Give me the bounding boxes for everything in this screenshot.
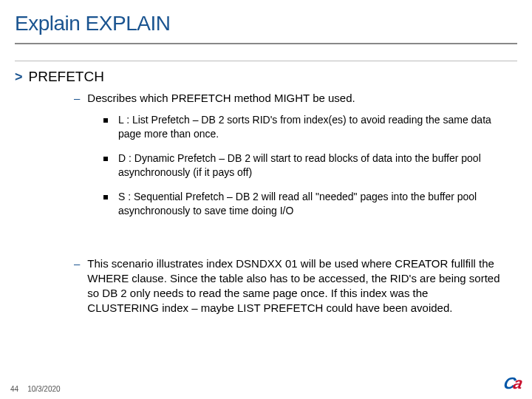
prefetch-list: L : List Prefetch – DB 2 sorts RID's fro… bbox=[74, 110, 502, 235]
ca-logo: Ca bbox=[502, 374, 522, 393]
page-number: 44 bbox=[10, 385, 18, 393]
footer: 44 10/3/2020 bbox=[10, 385, 61, 393]
list-item: L : List Prefetch – DB 2 sorts RID's fro… bbox=[103, 113, 502, 141]
en-dash-bullet: – bbox=[74, 92, 80, 103]
en-dash-bullet: – bbox=[74, 258, 80, 269]
intro-row: – Describes which PREFETCH method MIGHT … bbox=[74, 91, 502, 106]
section-title: PREFETCH bbox=[29, 69, 104, 85]
title-divider bbox=[15, 43, 517, 44]
square-bullet-icon bbox=[103, 118, 108, 123]
scenario-text: This scenario illustrates index DSNDXX 0… bbox=[87, 256, 502, 316]
list-item: D : Dynamic Prefetch – DB 2 will start t… bbox=[103, 151, 502, 180]
intro-text: Describes which PREFETCH method MIGHT be… bbox=[87, 91, 355, 106]
square-bullet-icon bbox=[103, 157, 108, 161]
list-item-text: D : Dynamic Prefetch – DB 2 will start t… bbox=[118, 151, 502, 180]
section-header: > PREFETCH bbox=[0, 61, 532, 89]
footer-date: 10/3/2020 bbox=[27, 385, 61, 393]
list-item-text: L : List Prefetch – DB 2 sorts RID's fro… bbox=[118, 113, 502, 141]
list-item-text: S : Sequential Prefetch – DB 2 will read… bbox=[118, 190, 502, 218]
scenario-row: – This scenario illustrates index DSNDXX… bbox=[74, 256, 502, 316]
slide-title: Explain EXPLAIN bbox=[15, 12, 517, 35]
square-bullet-icon bbox=[103, 195, 108, 200]
chevron-right-icon: > bbox=[15, 69, 23, 85]
list-item: S : Sequential Prefetch – DB 2 will read… bbox=[103, 190, 502, 218]
